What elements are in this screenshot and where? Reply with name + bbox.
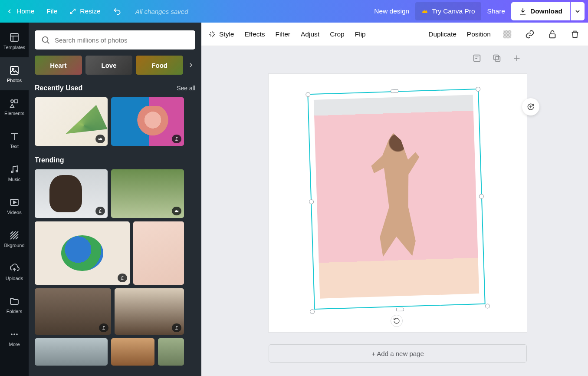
svg-point-5 [11,171,13,173]
effects-button[interactable]: Effects [244,30,265,38]
add-page-button[interactable]: + Add a new page [269,344,527,363]
category-next-button[interactable] [187,62,195,69]
category-pill-food[interactable]: Food [136,56,183,75]
copy-icon [492,53,502,63]
context-toolbar: Style Effects Filter Adjust Crop Flip Du… [201,23,588,46]
sidebar-item-folders[interactable]: Folders [0,288,29,321]
resize-handle-mr[interactable] [479,194,484,198]
trending-photo-thumb[interactable]: £ [35,169,108,218]
refresh-icon [526,102,535,111]
page-add-button[interactable] [511,52,523,64]
resize-handle-mb[interactable] [396,308,404,312]
nav-rail: Templates Photos Elements Text Music Vid… [0,23,29,376]
sidebar-item-elements[interactable]: Elements [0,90,29,123]
trending-photo-thumb[interactable] [111,169,184,218]
resize-icon [69,8,76,15]
transparency-button[interactable] [501,28,513,40]
quick-crop-button[interactable] [522,98,539,115]
svg-point-9 [13,333,15,335]
resize-handle-mt[interactable] [391,89,398,93]
chevron-down-icon [574,8,581,15]
lock-button[interactable] [546,28,558,40]
search-input[interactable] [55,36,189,44]
sidebar-item-bkground[interactable]: Bkground [0,222,29,255]
svg-point-2 [12,68,14,70]
trending-photo-thumb[interactable]: £ [35,288,111,335]
undo-icon [113,7,122,16]
category-pill-heart[interactable]: Heart [35,56,82,75]
resize-menu[interactable]: Resize [63,2,106,20]
svg-rect-19 [494,55,499,60]
download-icon [519,7,527,15]
crop-button[interactable]: Crop [330,30,345,38]
save-status: All changes saved [135,8,188,15]
trending-photo-thumb[interactable] [111,338,154,366]
transparency-icon [503,30,512,39]
style-button[interactable]: Style [208,30,234,38]
page-notes-button[interactable] [471,52,483,64]
sidebar-item-text[interactable]: Text [0,123,29,156]
download-button[interactable]: Download [511,2,570,20]
sidebar-item-music[interactable]: Music [0,156,29,189]
search-icon [41,35,50,45]
download-options-button[interactable] [571,2,585,20]
more-icon [9,329,20,340]
search-input-wrapper[interactable] [35,30,195,49]
svg-point-10 [16,333,18,335]
recent-heading: Recently Used [35,84,82,92]
paid-badge: £ [172,135,181,143]
videos-icon [9,197,20,208]
share-button[interactable]: Share [481,2,511,20]
canvas-stage[interactable]: + Add a new page [201,46,588,376]
paid-badge: £ [118,274,127,282]
svg-rect-4 [15,100,18,103]
svg-rect-1 [10,66,18,74]
resize-handle-tr[interactable] [476,87,480,92]
selected-element[interactable] [311,91,482,307]
folders-icon [9,296,20,307]
link-button[interactable] [524,28,536,40]
rotate-icon [393,317,400,324]
rotate-handle[interactable] [391,315,403,327]
background-icon [9,230,20,241]
svg-point-3 [11,100,13,102]
sidebar-item-videos[interactable]: Videos [0,189,29,222]
home-button[interactable]: Home [0,2,40,20]
sidebar-item-uploads[interactable]: Uploads [0,255,29,288]
see-all-link[interactable]: See all [177,85,195,92]
svg-rect-16 [550,34,555,38]
trending-photo-thumb[interactable]: £ [35,221,130,285]
text-icon [9,131,20,142]
try-pro-button[interactable]: Try Canva Pro [415,2,481,20]
svg-rect-0 [10,33,18,41]
link-icon [525,30,535,39]
flip-button[interactable]: Flip [355,30,366,38]
sidebar-item-photos[interactable]: Photos [0,57,29,90]
new-design-button[interactable]: New design [368,2,415,20]
sidebar-item-more[interactable]: More [0,321,29,354]
file-menu[interactable]: File [40,2,63,20]
svg-rect-18 [495,56,500,61]
premium-badge [172,207,181,215]
resize-handle-ml[interactable] [309,199,314,204]
sparkle-icon [208,30,216,38]
page-duplicate-button[interactable] [491,52,503,64]
photos-panel: Heart Love Food Recently Used See all £ … [29,23,201,376]
chevron-right-icon [187,62,194,69]
trending-photo-thumb[interactable]: £ [115,288,184,335]
filter-button[interactable]: Filter [276,30,290,38]
recent-photo-thumb[interactable] [35,97,108,146]
trending-photo-thumb[interactable] [158,338,184,366]
duplicate-button[interactable]: Duplicate [428,30,457,38]
trending-photo-thumb[interactable] [133,221,184,285]
delete-button[interactable] [569,28,581,40]
sidebar-item-templates[interactable]: Templates [0,24,29,57]
resize-handle-tl[interactable] [305,92,310,97]
category-pill-love[interactable]: Love [85,56,133,75]
adjust-button[interactable]: Adjust [301,30,319,38]
position-button[interactable]: Position [467,30,491,38]
recent-photo-thumb[interactable]: £ [111,97,184,146]
undo-button[interactable] [107,2,128,20]
trending-photo-thumb[interactable] [35,338,108,366]
lock-open-icon [548,30,557,39]
